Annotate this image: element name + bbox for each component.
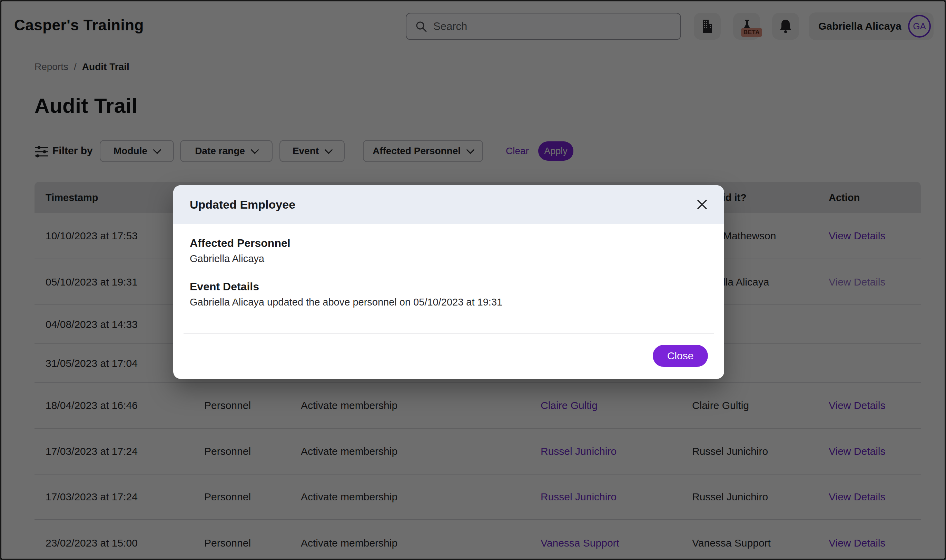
modal-header: Updated Employee [173,185,724,224]
close-button[interactable]: Close [653,345,708,367]
modal-section-heading: Affected Personnel [190,237,707,250]
modal-section-value: Gabriella Alicaya [190,253,707,265]
audit-trail-page: Casper's Training BETA [0,0,946,560]
modal-close-button[interactable] [695,198,709,211]
modal-section-heading: Event Details [190,280,707,293]
modal-section-value: Gabriella Alicaya updated the above pers… [190,297,707,308]
modal-body: Affected Personnel Gabriella Alicaya Eve… [173,224,724,308]
modal-footer-divider [183,334,714,334]
close-icon [696,199,707,210]
updated-employee-modal: Updated Employee Affected Personnel Gabr… [173,185,724,379]
modal-title: Updated Employee [190,198,295,211]
